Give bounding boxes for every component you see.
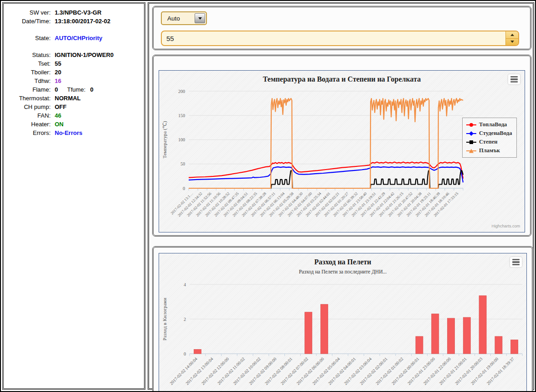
sidebar-row: Errors:No-Errors: [4, 129, 144, 138]
y-axis-tick-label: 4: [184, 282, 186, 287]
bar-2017-02-02 00:00:01: [416, 336, 423, 354]
sidebar-row-value: No-Errors: [55, 129, 82, 136]
bar-2017-02-02 06:00:00: [321, 304, 328, 354]
x-axis-label: 2017-02-02 13:00:04: [185, 356, 214, 386]
legend-marker-diamond: [466, 131, 476, 136]
x-axis-label: 2017-02-02 01:00:02: [375, 356, 404, 386]
legend-label: СтуденаВода: [479, 130, 512, 137]
mode-select-value: Auto: [162, 12, 194, 24]
controls-groupbox: Auto: [152, 6, 531, 50]
sidebar-row-value: ON: [55, 121, 64, 128]
legend-label: Пламък: [479, 147, 500, 154]
sidebar-row-value: AUTO/CHPriority: [55, 35, 103, 41]
sidebar-row-label: Flame:: [4, 86, 55, 93]
sidebar-row-label: Tdhw:: [4, 77, 55, 84]
bar-2017-02-02 14:00:04: [194, 350, 201, 354]
x-axis-label: 2017-02-02 07:00:02: [280, 356, 309, 386]
y-axis-title: Температура (℃): [162, 121, 168, 158]
series-ТоплаВода: [189, 162, 463, 179]
sidebar-row-value: IGNITION-1/POWER0: [55, 52, 113, 58]
sidebar-row: Date/Time:13:18:00/2017-02-02: [4, 18, 144, 26]
bar-2017-02-01 18:39:37: [511, 340, 518, 354]
sidebar-row: Tdhw:16: [4, 77, 144, 86]
x-axis-label: 2017-02-02 09:00:00: [248, 356, 278, 386]
app-window: SW ver:1.3/NPBC-V3-GRDate/Time:13:18:00/…: [0, 0, 536, 392]
bar-plot-svg: 024Разход в Килограми2017-02-02 14:00:04…: [159, 253, 527, 392]
bar-2017-02-02 07:00:02: [305, 312, 312, 354]
triangle-up-icon: [510, 34, 514, 36]
x-axis-label: 2017-02-02 02:00:01: [359, 356, 388, 386]
sidebar-row-value: 46: [55, 112, 61, 119]
x-axis-label: 2017-02-02 00:00:01: [391, 356, 420, 386]
mode-select-dropdown-button[interactable]: [195, 13, 205, 23]
y-axis-tick-label: 50: [180, 161, 185, 166]
sidebar-row-label: Tset:: [4, 60, 55, 67]
sidebar-row-label: Thermostat:: [4, 95, 55, 102]
bar-2017-02-01 19:00:00: [495, 336, 502, 354]
triangle-down-icon: [510, 41, 514, 43]
sidebar-row-value: 1.3/NPBC-V3-GR: [55, 9, 102, 16]
x-axis-label: 2017-02-02 11:00:02: [216, 356, 246, 386]
y-axis-title: Разход в Килограми: [162, 298, 167, 340]
x-axis-label: 2017-02-01 20:00:03: [454, 356, 484, 386]
sidebar-row: Tboiler:20: [4, 69, 144, 77]
sidebar-row-label: Status:: [4, 52, 55, 58]
legend-marker-circle: [466, 122, 476, 128]
y-axis-tick-label: 200: [178, 89, 185, 94]
x-axis-label: 2017-02-01 21:00:01: [438, 356, 468, 386]
setpoint-spinner: [505, 31, 518, 45]
legend-label: Степен: [479, 139, 498, 145]
sidebar-row: Status:IGNITION-1/POWER0: [4, 52, 144, 60]
y-axis-tick-label: 2: [184, 317, 186, 322]
legend-item[interactable]: Степен: [466, 138, 512, 146]
legend-item[interactable]: ТоплаВода: [466, 120, 512, 129]
legend-marker-triangle: [466, 148, 476, 154]
x-axis-label: 2017-02-02 05:00:04: [312, 356, 341, 386]
x-axis-label: 2017-02-02 03:00:04: [343, 356, 372, 386]
pellets-chart-groupbox: Разход на ПелетиРазход на Пелети за посл…: [152, 246, 533, 392]
temperature-chart: Температура на Водата и Степени на Горел…: [159, 70, 525, 232]
sidebar-row-value: OFF: [55, 103, 67, 110]
spin-up-button[interactable]: [506, 31, 518, 38]
sidebar-row: Thermostat:NORMAL: [4, 95, 144, 103]
legend-item[interactable]: СтуденаВода: [466, 129, 512, 138]
sidebar-row: Heater:ON: [4, 121, 144, 129]
sidebar-row-value: NORMAL: [55, 95, 81, 102]
sidebar-row-value: 0: [55, 86, 58, 93]
sidebar-row-value: 55: [55, 60, 61, 67]
sidebar-row-extra-value: 0: [90, 86, 93, 93]
sidebar-row-label: CH pump:: [4, 103, 55, 110]
status-rows: SW ver:1.3/NPBC-V3-GRDate/Time:13:18:00/…: [4, 4, 144, 138]
sidebar-row-label: Date/Time:: [4, 18, 55, 25]
x-axis-label: 2017-02-01 23:00:00: [407, 356, 436, 386]
main-panel: Auto Температура на Водат: [148, 2, 534, 390]
sidebar-row: SW ver:1.3/NPBC-V3-GR: [4, 9, 144, 18]
legend-item[interactable]: Пламък: [466, 146, 512, 155]
sidebar-row-label: FAN:: [4, 112, 55, 119]
sidebar-row-value: 20: [55, 69, 61, 76]
y-axis-tick-label: 100: [178, 137, 185, 142]
bar-2017-02-01 20:00:03: [479, 296, 486, 354]
spin-down-button[interactable]: [506, 39, 518, 46]
status-sidebar: SW ver:1.3/NPBC-V3-GRDate/Time:13:18:00/…: [2, 2, 145, 390]
sidebar-row-value: 13:18:00/2017-02-02: [55, 18, 110, 25]
bar-2017-02-01 22:00:00: [448, 318, 455, 354]
chevron-down-icon: [198, 17, 202, 20]
sidebar-row-label: SW ver:: [4, 9, 55, 16]
temperature-chart-groupbox: Температура на Водата и Степени на Горел…: [152, 55, 531, 237]
sidebar-row-value: 16: [55, 77, 61, 84]
sidebar-row-label: Errors:: [4, 129, 55, 136]
setpoint-input[interactable]: [162, 31, 505, 45]
x-axis-label: 2017-02-01 22:00:00: [423, 356, 452, 386]
sidebar-row-label: Heater:: [4, 121, 55, 128]
x-axis-label: 2017-02-02 12:00:00: [201, 356, 230, 386]
x-axis-label: 2017-02-02 06:00:00: [296, 356, 325, 386]
sidebar-row-label: Tboiler:: [4, 69, 55, 76]
mode-select[interactable]: Auto: [161, 11, 207, 25]
highcharts-credit[interactable]: Highcharts.com: [491, 224, 520, 228]
x-axis-label: 2017-02-02 04:00:01: [327, 356, 356, 386]
legend-label: ТоплаВода: [479, 121, 507, 128]
bar-2017-02-01 23:00:00: [432, 314, 439, 354]
bar-2017-02-01 21:00:01: [463, 317, 470, 354]
setpoint-input-group: [161, 31, 519, 46]
